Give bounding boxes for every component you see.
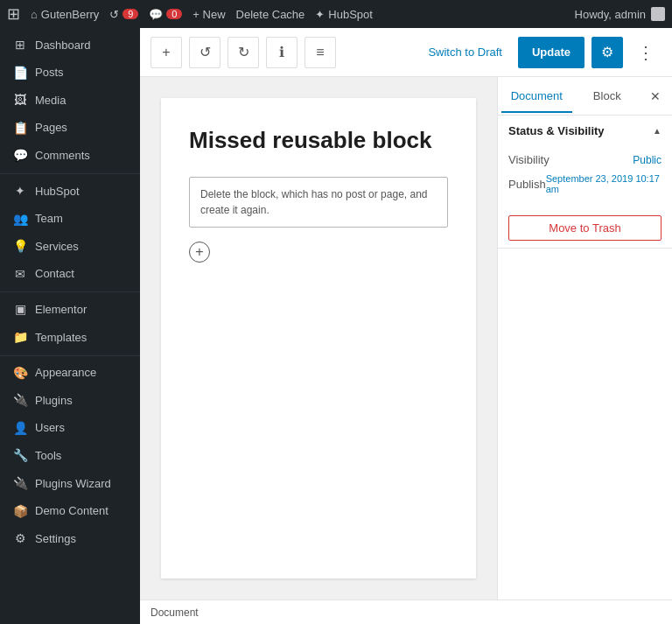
editor-area: + ↺ ↻ ℹ ≡ Switch to Draft Update ⚙ ⋮ bbox=[140, 28, 672, 624]
tools-icon: 🔧 bbox=[12, 447, 28, 465]
add-block-inline-button[interactable]: + bbox=[189, 242, 210, 263]
templates-icon: 📁 bbox=[12, 329, 28, 347]
right-panel-header: Document Block ✕ bbox=[498, 77, 672, 116]
sidebar-item-templates[interactable]: 📁 Templates bbox=[0, 324, 140, 352]
media-icon: 🖼 bbox=[12, 92, 28, 109]
sidebar-item-users[interactable]: 👤 Users bbox=[0, 415, 140, 443]
info-button[interactable]: ℹ bbox=[266, 37, 298, 68]
sidebar-item-posts[interactable]: 📄 Posts bbox=[0, 60, 140, 88]
topbar-comments[interactable]: 💬 0 bbox=[149, 8, 182, 21]
demo-content-icon: 📦 bbox=[12, 503, 28, 521]
editor-canvas[interactable]: Missed reusable block Delete the block, … bbox=[140, 77, 497, 599]
howdy-label: Howdy, admin bbox=[575, 8, 646, 21]
sidebar-item-hubspot[interactable]: ✦ HubSpot bbox=[0, 178, 140, 206]
redo-icon: ↻ bbox=[238, 44, 249, 60]
hubspot-icon: ✦ bbox=[315, 8, 325, 21]
home-icon: ⌂ bbox=[31, 8, 38, 21]
topbar: ⊞ ⌂ GutenBerry ↺ 9 💬 0 + New Delete Cach… bbox=[0, 0, 672, 28]
page-title[interactable]: Missed reusable block bbox=[189, 126, 448, 156]
sidebar-item-services[interactable]: 💡 Services bbox=[0, 233, 140, 261]
tab-block[interactable]: Block bbox=[572, 81, 643, 113]
add-icon: + bbox=[162, 45, 170, 60]
topbar-hubspot[interactable]: ✦ HubSpot bbox=[315, 8, 373, 21]
undo-button[interactable]: ↺ bbox=[189, 37, 220, 68]
visibility-label: Visibility bbox=[508, 153, 550, 166]
sidebar-item-pages[interactable]: 📋 Pages bbox=[0, 115, 140, 143]
reusable-block-notice: Delete the block, which has no post or p… bbox=[189, 177, 448, 228]
sidebar-label-dashboard: Dashboard bbox=[35, 38, 91, 53]
plugins-wizard-icon: 🔌 bbox=[12, 475, 28, 493]
sidebar-label-settings: Settings bbox=[35, 531, 76, 547]
sidebar-item-appearance[interactable]: 🎨 Appearance bbox=[0, 360, 140, 388]
topbar-updates[interactable]: ↺ 9 bbox=[109, 8, 138, 21]
comments-icon: 💬 bbox=[149, 8, 163, 21]
sidebar-label-pages: Pages bbox=[35, 120, 67, 136]
team-icon: 👥 bbox=[12, 211, 28, 228]
update-button[interactable]: Update bbox=[518, 37, 584, 68]
topbar-new[interactable]: + New bbox=[192, 8, 225, 21]
panel-close-button[interactable]: ✕ bbox=[642, 83, 668, 109]
sidebar-item-plugins-wizard[interactable]: 🔌 Plugins Wizard bbox=[0, 470, 140, 498]
sidebar-item-comments[interactable]: 💬 Comments bbox=[0, 142, 140, 170]
elementor-icon: ▣ bbox=[12, 301, 28, 319]
topbar-right: Howdy, admin bbox=[575, 7, 665, 21]
visibility-row: Visibility Public bbox=[508, 153, 662, 166]
avatar[interactable] bbox=[651, 7, 665, 21]
publish-value[interactable]: September 23, 2019 10:17 am bbox=[546, 173, 662, 194]
site-name: GutenBerry bbox=[41, 8, 99, 21]
sidebar-label-tools: Tools bbox=[35, 448, 61, 464]
editor-page: Missed reusable block Delete the block, … bbox=[161, 98, 476, 578]
sidebar-label-hubspot: HubSpot bbox=[35, 184, 80, 200]
dashboard-icon: ⊞ bbox=[12, 37, 28, 54]
sidebar-item-contact[interactable]: ✉ Contact bbox=[0, 261, 140, 289]
sidebar-item-plugins[interactable]: 🔌 Plugins bbox=[0, 387, 140, 415]
editor-content-area: Missed reusable block Delete the block, … bbox=[140, 77, 672, 599]
posts-icon: 📄 bbox=[12, 65, 28, 82]
sidebar-label-users: Users bbox=[35, 420, 65, 436]
sidebar-label-appearance: Appearance bbox=[35, 365, 96, 381]
sidebar-item-elementor[interactable]: ▣ Elementor bbox=[0, 296, 140, 324]
wp-logo-icon[interactable]: ⊞ bbox=[7, 4, 20, 24]
close-icon: ✕ bbox=[650, 89, 661, 103]
status-section-header[interactable]: Status & Visibility ▲ bbox=[498, 116, 672, 146]
users-icon: 👤 bbox=[12, 420, 28, 438]
list-view-icon: ≡ bbox=[316, 45, 324, 60]
topbar-delete-cache[interactable]: Delete Cache bbox=[236, 8, 305, 21]
block-notice-text: Delete the block, which has no post or p… bbox=[200, 188, 428, 216]
list-view-button[interactable]: ≡ bbox=[304, 37, 336, 68]
more-icon: ⋮ bbox=[637, 42, 654, 63]
right-panel: Document Block ✕ Status & Visibility ▲ bbox=[497, 77, 672, 599]
sidebar-item-settings[interactable]: ⚙ Settings bbox=[0, 525, 140, 553]
editor-toolbar: + ↺ ↻ ℹ ≡ Switch to Draft Update ⚙ ⋮ bbox=[140, 28, 672, 77]
sidebar-label-templates: Templates bbox=[35, 330, 87, 346]
sidebar-item-dashboard[interactable]: ⊞ Dashboard bbox=[0, 32, 140, 60]
move-to-trash-button[interactable]: Move to Trash bbox=[508, 215, 662, 241]
sidebar-label-elementor: Elementor bbox=[35, 302, 87, 318]
add-inline-icon: + bbox=[195, 244, 203, 260]
switch-to-draft-button[interactable]: Switch to Draft bbox=[419, 40, 511, 64]
sidebar-label-posts: Posts bbox=[35, 65, 64, 81]
sidebar-label-plugins-wizard: Plugins Wizard bbox=[35, 476, 111, 492]
sidebar-item-team[interactable]: 👥 Team bbox=[0, 206, 140, 234]
sidebar: ⊞ Dashboard 📄 Posts 🖼 Media 📋 Pages 💬 Co… bbox=[0, 28, 140, 624]
sidebar-label-media: Media bbox=[35, 93, 66, 109]
sidebar-item-tools[interactable]: 🔧 Tools bbox=[0, 442, 140, 470]
comments-count: 0 bbox=[166, 9, 182, 19]
topbar-site[interactable]: ⌂ GutenBerry bbox=[31, 8, 99, 21]
redo-button[interactable]: ↻ bbox=[228, 37, 259, 68]
visibility-value[interactable]: Public bbox=[633, 154, 662, 166]
sidebar-label-demo-content: Demo Content bbox=[35, 503, 108, 519]
sidebar-label-plugins: Plugins bbox=[35, 393, 73, 409]
footer-document-label: Document bbox=[150, 606, 199, 619]
tab-document[interactable]: Document bbox=[501, 81, 572, 113]
settings-panel-button[interactable]: ⚙ bbox=[592, 37, 623, 68]
services-icon: 💡 bbox=[12, 238, 28, 256]
sidebar-item-demo-content[interactable]: 📦 Demo Content bbox=[0, 498, 140, 526]
status-visibility-section: Status & Visibility ▲ Visibility Public … bbox=[498, 116, 672, 249]
more-options-button[interactable]: ⋮ bbox=[630, 37, 662, 68]
right-panel-content: Status & Visibility ▲ Visibility Public … bbox=[498, 116, 672, 599]
plugins-icon: 🔌 bbox=[12, 392, 28, 410]
contact-icon: ✉ bbox=[12, 266, 28, 284]
add-block-button[interactable]: + bbox=[150, 37, 182, 68]
sidebar-item-media[interactable]: 🖼 Media bbox=[0, 87, 140, 115]
